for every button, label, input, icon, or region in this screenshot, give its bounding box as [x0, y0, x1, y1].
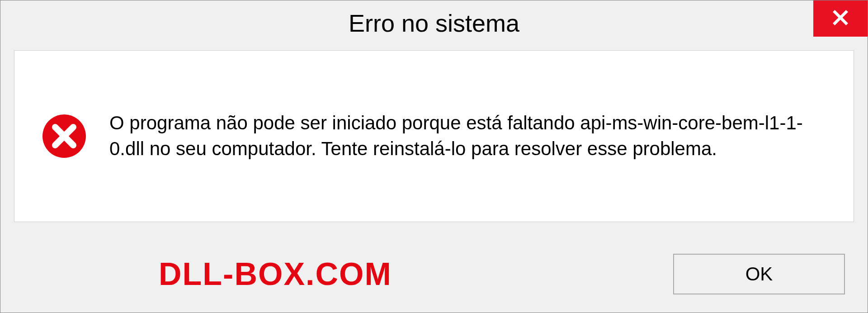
error-message: O programa não pode ser iniciado porque …: [109, 110, 826, 161]
ok-button[interactable]: OK: [673, 254, 845, 294]
watermark-text: DLL-BOX.COM: [159, 256, 392, 292]
close-button[interactable]: [813, 0, 868, 37]
titlebar: Erro no sistema: [0, 0, 868, 46]
content-panel: O programa não pode ser iniciado porque …: [14, 50, 854, 222]
dialog-title: Erro no sistema: [349, 9, 519, 37]
footer: DLL-BOX.COM OK: [0, 236, 868, 313]
error-icon: [42, 114, 87, 159]
close-icon: [830, 8, 850, 29]
